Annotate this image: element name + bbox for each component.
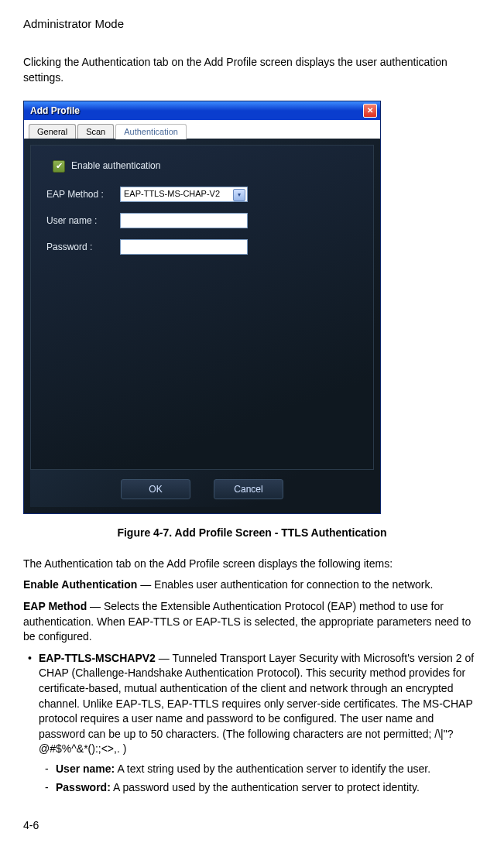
- password-input[interactable]: [120, 239, 248, 255]
- ttls-sub-list: User name: A text string used by the aut…: [45, 762, 481, 795]
- enable-auth-para: Enable Authentication — Enables user aut…: [23, 577, 481, 593]
- auth-panel: ✔ Enable authentication EAP Method : EAP…: [30, 145, 374, 470]
- username-term: User name:: [56, 762, 115, 775]
- eap-method-para: EAP Method — Selects the Extensible Auth…: [23, 599, 481, 645]
- enable-auth-row: ✔ Enable authentication: [46, 159, 358, 173]
- tab-authentication[interactable]: Authentication: [115, 124, 187, 139]
- password-term: Password:: [56, 781, 111, 793]
- dialog-title: Add Profile: [30, 105, 363, 118]
- tab-strip: General Scan Authentication: [24, 120, 380, 139]
- page-header: Administrator Mode: [23, 15, 481, 32]
- intro-paragraph: Clicking the Authentication tab on the A…: [23, 55, 481, 85]
- enable-auth-desc: — Enables user authentication for connec…: [137, 578, 433, 591]
- enable-auth-term: Enable Authentication: [23, 578, 137, 591]
- figure-caption: Figure 4-7. Add Profile Screen - TTLS Au…: [23, 526, 481, 541]
- tab-general[interactable]: General: [29, 124, 76, 139]
- eap-method-value: EAP-TTLS-MS-CHAP-V2: [124, 188, 220, 200]
- eap-method-term: EAP Method: [23, 600, 87, 612]
- add-profile-dialog: Add Profile ✕ General Scan Authenticatio…: [23, 101, 381, 514]
- username-label: User name :: [46, 214, 120, 228]
- close-button[interactable]: ✕: [363, 104, 377, 118]
- enable-auth-checkbox[interactable]: ✔: [53, 160, 65, 173]
- tab-scan[interactable]: Scan: [77, 124, 114, 139]
- ttls-list-item: EAP-TTLS-MSCHAPV2 — Tunneled Transport L…: [28, 651, 481, 795]
- password-list-item: Password: A password used by the authent…: [45, 780, 481, 796]
- chevron-down-icon: ▾: [233, 189, 245, 201]
- body-p1: The Authentication tab on the Add Profil…: [23, 557, 481, 572]
- check-icon: ✔: [56, 162, 63, 170]
- password-row: Password :: [46, 239, 358, 255]
- button-bar: OK Cancel: [30, 470, 374, 507]
- username-input[interactable]: [120, 213, 248, 228]
- eap-method-select[interactable]: EAP-TTLS-MS-CHAP-V2 ▾: [120, 187, 248, 202]
- eap-method-label: EAP Method :: [46, 188, 120, 201]
- password-label: Password :: [46, 241, 120, 254]
- username-row: User name :: [46, 213, 358, 228]
- eap-bullet-list: EAP-TTLS-MSCHAPV2 — Tunneled Transport L…: [28, 651, 481, 795]
- password-desc: A password used by the authentication se…: [111, 781, 420, 793]
- enable-auth-label: Enable authentication: [71, 159, 160, 173]
- page-number: 4-6: [23, 818, 481, 834]
- close-icon: ✕: [367, 105, 373, 116]
- titlebar: Add Profile ✕: [24, 101, 380, 120]
- ttls-term: EAP-TTLS-MSCHAPV2: [39, 652, 156, 664]
- dialog-body: ✔ Enable authentication EAP Method : EAP…: [24, 139, 380, 513]
- username-list-item: User name: A text string used by the aut…: [45, 762, 481, 777]
- ttls-desc: — Tunneled Transport Layer Security with…: [39, 652, 474, 756]
- username-desc: A text string used by the authentication…: [115, 762, 430, 775]
- eap-method-desc: — Selects the Extensible Authentication …: [23, 600, 471, 643]
- ok-button[interactable]: OK: [121, 479, 190, 499]
- eap-method-row: EAP Method : EAP-TTLS-MS-CHAP-V2 ▾: [46, 187, 358, 202]
- cancel-button[interactable]: Cancel: [214, 479, 283, 499]
